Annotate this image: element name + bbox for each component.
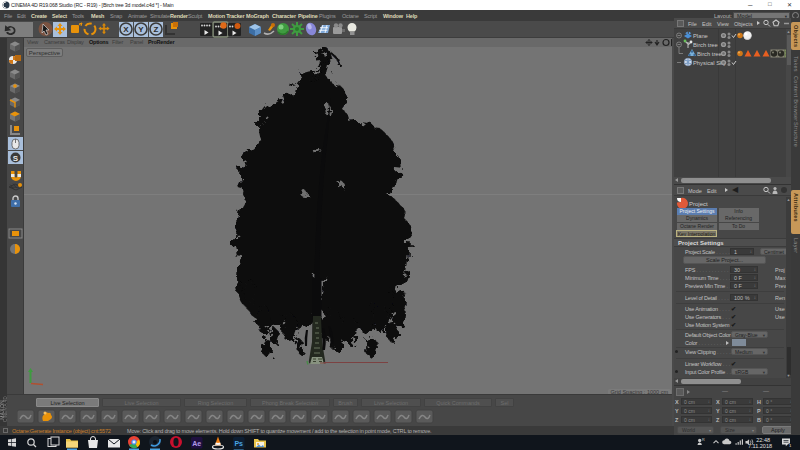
svg-text:X: X (123, 25, 129, 34)
svg-text:Ae: Ae (192, 440, 201, 447)
svg-text:R: R (702, 438, 705, 442)
svg-text:Birch tree: Birch tree (693, 42, 718, 48)
svg-text:S: S (13, 154, 19, 163)
svg-text:Y: Y (138, 25, 144, 34)
svg-text:Z: Z (154, 25, 159, 34)
svg-text:Plane: Plane (693, 33, 708, 39)
svg-text:Birch tree: Birch tree (697, 51, 722, 57)
svg-text:7.11.2018: 7.11.2018 (748, 443, 772, 449)
svg-text:Project: Project (689, 201, 708, 207)
svg-text:Ps: Ps (234, 440, 243, 447)
